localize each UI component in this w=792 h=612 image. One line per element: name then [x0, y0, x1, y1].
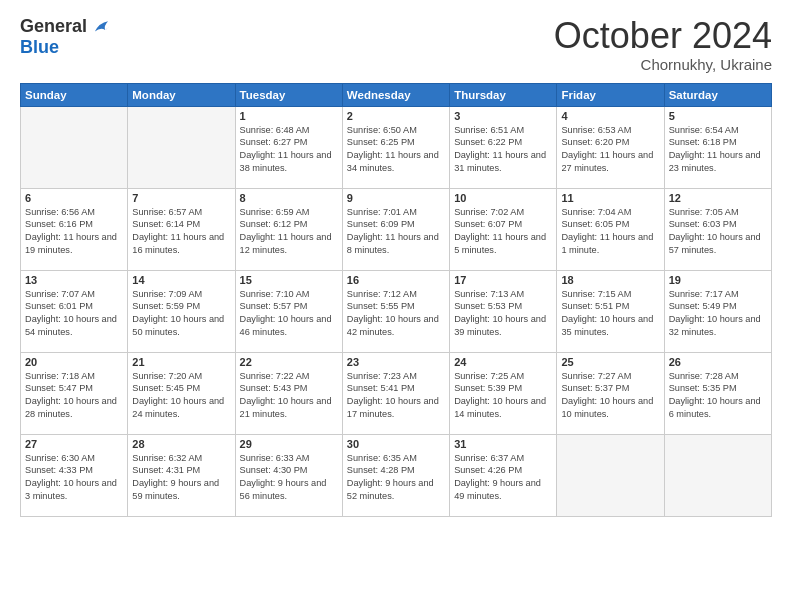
calendar-cell: 2Sunrise: 6:50 AM Sunset: 6:25 PM Daylig… [342, 106, 449, 188]
calendar-cell: 16Sunrise: 7:12 AM Sunset: 5:55 PM Dayli… [342, 270, 449, 352]
day-info: Sunrise: 7:02 AM Sunset: 6:07 PM Dayligh… [454, 206, 552, 258]
day-info: Sunrise: 6:59 AM Sunset: 6:12 PM Dayligh… [240, 206, 338, 258]
day-number: 3 [454, 110, 552, 122]
logo: General Blue [20, 16, 111, 58]
calendar-cell [21, 106, 128, 188]
week-row-1: 1Sunrise: 6:48 AM Sunset: 6:27 PM Daylig… [21, 106, 772, 188]
week-row-5: 27Sunrise: 6:30 AM Sunset: 4:33 PM Dayli… [21, 434, 772, 516]
calendar-cell: 10Sunrise: 7:02 AM Sunset: 6:07 PM Dayli… [450, 188, 557, 270]
day-number: 13 [25, 274, 123, 286]
day-info: Sunrise: 6:51 AM Sunset: 6:22 PM Dayligh… [454, 124, 552, 176]
day-number: 2 [347, 110, 445, 122]
day-info: Sunrise: 6:30 AM Sunset: 4:33 PM Dayligh… [25, 452, 123, 504]
day-info: Sunrise: 6:48 AM Sunset: 6:27 PM Dayligh… [240, 124, 338, 176]
weekday-header-wednesday: Wednesday [342, 83, 449, 106]
calendar-cell: 17Sunrise: 7:13 AM Sunset: 5:53 PM Dayli… [450, 270, 557, 352]
day-info: Sunrise: 6:54 AM Sunset: 6:18 PM Dayligh… [669, 124, 767, 176]
calendar-cell: 14Sunrise: 7:09 AM Sunset: 5:59 PM Dayli… [128, 270, 235, 352]
day-info: Sunrise: 7:28 AM Sunset: 5:35 PM Dayligh… [669, 370, 767, 422]
day-number: 26 [669, 356, 767, 368]
day-info: Sunrise: 6:50 AM Sunset: 6:25 PM Dayligh… [347, 124, 445, 176]
calendar-cell: 3Sunrise: 6:51 AM Sunset: 6:22 PM Daylig… [450, 106, 557, 188]
calendar-cell: 4Sunrise: 6:53 AM Sunset: 6:20 PM Daylig… [557, 106, 664, 188]
day-number: 12 [669, 192, 767, 204]
calendar-cell: 9Sunrise: 7:01 AM Sunset: 6:09 PM Daylig… [342, 188, 449, 270]
calendar-table: SundayMondayTuesdayWednesdayThursdayFrid… [20, 83, 772, 517]
day-number: 21 [132, 356, 230, 368]
day-number: 18 [561, 274, 659, 286]
day-number: 11 [561, 192, 659, 204]
calendar-cell: 20Sunrise: 7:18 AM Sunset: 5:47 PM Dayli… [21, 352, 128, 434]
day-info: Sunrise: 7:10 AM Sunset: 5:57 PM Dayligh… [240, 288, 338, 340]
calendar-cell [557, 434, 664, 516]
day-number: 27 [25, 438, 123, 450]
day-number: 30 [347, 438, 445, 450]
day-info: Sunrise: 7:09 AM Sunset: 5:59 PM Dayligh… [132, 288, 230, 340]
day-info: Sunrise: 7:15 AM Sunset: 5:51 PM Dayligh… [561, 288, 659, 340]
week-row-4: 20Sunrise: 7:18 AM Sunset: 5:47 PM Dayli… [21, 352, 772, 434]
day-info: Sunrise: 6:53 AM Sunset: 6:20 PM Dayligh… [561, 124, 659, 176]
weekday-header-friday: Friday [557, 83, 664, 106]
day-number: 23 [347, 356, 445, 368]
weekday-header-sunday: Sunday [21, 83, 128, 106]
calendar-cell: 31Sunrise: 6:37 AM Sunset: 4:26 PM Dayli… [450, 434, 557, 516]
calendar-cell: 19Sunrise: 7:17 AM Sunset: 5:49 PM Dayli… [664, 270, 771, 352]
day-number: 20 [25, 356, 123, 368]
day-info: Sunrise: 6:37 AM Sunset: 4:26 PM Dayligh… [454, 452, 552, 504]
day-number: 9 [347, 192, 445, 204]
calendar-cell: 11Sunrise: 7:04 AM Sunset: 6:05 PM Dayli… [557, 188, 664, 270]
logo-blue: Blue [20, 38, 59, 58]
calendar-cell: 28Sunrise: 6:32 AM Sunset: 4:31 PM Dayli… [128, 434, 235, 516]
day-info: Sunrise: 6:35 AM Sunset: 4:28 PM Dayligh… [347, 452, 445, 504]
weekday-header-row: SundayMondayTuesdayWednesdayThursdayFrid… [21, 83, 772, 106]
day-info: Sunrise: 6:56 AM Sunset: 6:16 PM Dayligh… [25, 206, 123, 258]
weekday-header-thursday: Thursday [450, 83, 557, 106]
day-number: 24 [454, 356, 552, 368]
day-info: Sunrise: 7:27 AM Sunset: 5:37 PM Dayligh… [561, 370, 659, 422]
day-info: Sunrise: 7:04 AM Sunset: 6:05 PM Dayligh… [561, 206, 659, 258]
day-number: 16 [347, 274, 445, 286]
day-number: 7 [132, 192, 230, 204]
day-number: 31 [454, 438, 552, 450]
day-number: 10 [454, 192, 552, 204]
day-info: Sunrise: 6:32 AM Sunset: 4:31 PM Dayligh… [132, 452, 230, 504]
title-block: October 2024 Chornukhy, Ukraine [554, 16, 772, 73]
day-number: 22 [240, 356, 338, 368]
day-info: Sunrise: 6:33 AM Sunset: 4:30 PM Dayligh… [240, 452, 338, 504]
day-number: 17 [454, 274, 552, 286]
day-number: 6 [25, 192, 123, 204]
day-number: 5 [669, 110, 767, 122]
weekday-header-monday: Monday [128, 83, 235, 106]
logo-general: General [20, 17, 87, 37]
day-info: Sunrise: 7:25 AM Sunset: 5:39 PM Dayligh… [454, 370, 552, 422]
day-number: 14 [132, 274, 230, 286]
day-info: Sunrise: 7:18 AM Sunset: 5:47 PM Dayligh… [25, 370, 123, 422]
calendar-cell: 23Sunrise: 7:23 AM Sunset: 5:41 PM Dayli… [342, 352, 449, 434]
day-number: 1 [240, 110, 338, 122]
calendar-cell: 25Sunrise: 7:27 AM Sunset: 5:37 PM Dayli… [557, 352, 664, 434]
calendar-cell: 18Sunrise: 7:15 AM Sunset: 5:51 PM Dayli… [557, 270, 664, 352]
day-number: 25 [561, 356, 659, 368]
day-number: 28 [132, 438, 230, 450]
day-info: Sunrise: 7:23 AM Sunset: 5:41 PM Dayligh… [347, 370, 445, 422]
calendar-cell: 29Sunrise: 6:33 AM Sunset: 4:30 PM Dayli… [235, 434, 342, 516]
weekday-header-tuesday: Tuesday [235, 83, 342, 106]
calendar-cell: 6Sunrise: 6:56 AM Sunset: 6:16 PM Daylig… [21, 188, 128, 270]
logo-bird-icon [89, 16, 111, 38]
week-row-2: 6Sunrise: 6:56 AM Sunset: 6:16 PM Daylig… [21, 188, 772, 270]
weekday-header-saturday: Saturday [664, 83, 771, 106]
page-header: General Blue October 2024 Chornukhy, Ukr… [20, 16, 772, 73]
day-number: 15 [240, 274, 338, 286]
calendar-cell: 8Sunrise: 6:59 AM Sunset: 6:12 PM Daylig… [235, 188, 342, 270]
calendar-cell: 13Sunrise: 7:07 AM Sunset: 6:01 PM Dayli… [21, 270, 128, 352]
calendar-cell: 15Sunrise: 7:10 AM Sunset: 5:57 PM Dayli… [235, 270, 342, 352]
day-number: 19 [669, 274, 767, 286]
calendar-cell: 24Sunrise: 7:25 AM Sunset: 5:39 PM Dayli… [450, 352, 557, 434]
calendar-cell [128, 106, 235, 188]
month-title: October 2024 [554, 16, 772, 56]
calendar-cell: 1Sunrise: 6:48 AM Sunset: 6:27 PM Daylig… [235, 106, 342, 188]
day-number: 8 [240, 192, 338, 204]
location-title: Chornukhy, Ukraine [554, 56, 772, 73]
day-info: Sunrise: 7:01 AM Sunset: 6:09 PM Dayligh… [347, 206, 445, 258]
calendar-cell: 7Sunrise: 6:57 AM Sunset: 6:14 PM Daylig… [128, 188, 235, 270]
